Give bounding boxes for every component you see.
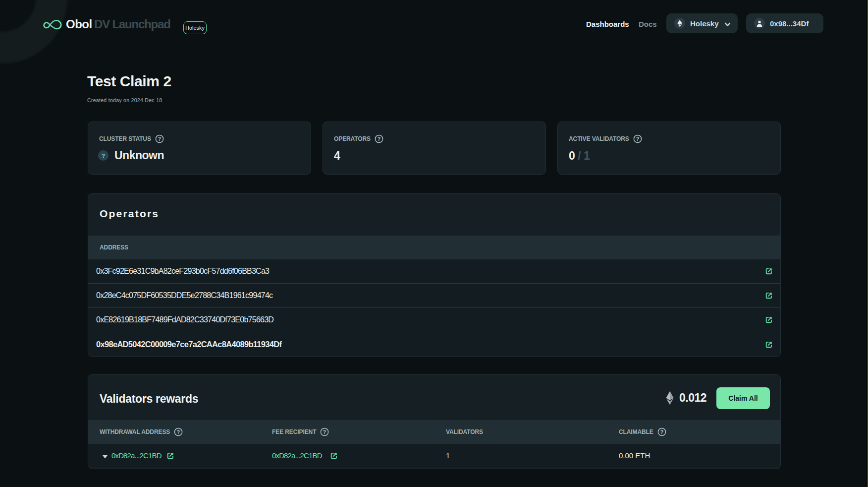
svg-text:?: ?: [636, 136, 639, 142]
svg-text:?: ?: [323, 429, 326, 435]
svg-text:?: ?: [660, 429, 663, 435]
svg-text:?: ?: [158, 136, 161, 142]
svg-text:?: ?: [177, 429, 180, 435]
svg-text:?: ?: [378, 136, 380, 142]
